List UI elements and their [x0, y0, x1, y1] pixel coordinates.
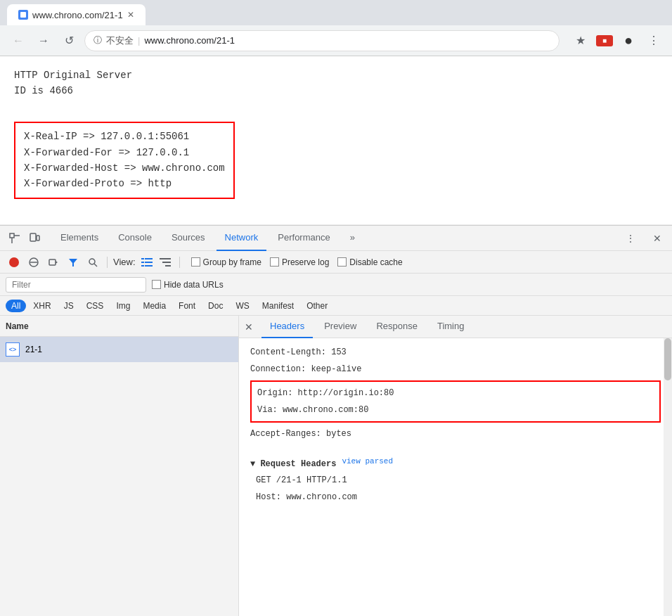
file-name: 21-1 [25, 345, 42, 354]
detail-close-btn[interactable]: ✕ [245, 321, 253, 333]
clear-button[interactable] [25, 254, 42, 271]
hide-data-urls-checkbox[interactable]: Hide data URLs [152, 280, 224, 290]
group-by-frame-label: Group by frame [203, 257, 261, 267]
ext-label: ■ [602, 37, 607, 44]
svg-rect-18 [160, 258, 171, 259]
view-waterfall-icon[interactable] [157, 254, 174, 271]
url-display: www.chrono.com/21-1 [144, 35, 235, 46]
tab-network[interactable]: Network [217, 226, 267, 251]
record-button[interactable] [6, 254, 22, 271]
svg-rect-4 [37, 236, 39, 240]
search-icon[interactable] [84, 254, 101, 271]
file-item[interactable]: <> 21-1 [0, 337, 238, 362]
view-list-icon[interactable] [138, 254, 155, 271]
type-btn-doc[interactable]: Doc [202, 300, 228, 312]
type-btn-img[interactable]: Img [110, 300, 136, 312]
devtools-close-icon[interactable]: ✕ [648, 229, 666, 248]
req-header-get: GET /21-1 HTTP/1.1 [256, 472, 661, 489]
view-label: View: [113, 257, 136, 267]
highlight-line1: X-Real-IP => 127.0.0.1:55061 [24, 129, 225, 144]
tab-title: www.chrono.com/21-1 [32, 10, 123, 20]
svg-rect-20 [165, 265, 171, 267]
highlight-line2: X-Forwarded-For => 127.0.0.1 [24, 145, 225, 160]
inspect-element-icon[interactable] [6, 229, 24, 248]
detail-tab-preview[interactable]: Preview [316, 316, 365, 338]
devtools-panel: Elements Console Sources Network Perform… [0, 225, 672, 616]
request-headers-title: ▼ Request Headers [250, 459, 336, 469]
bookmark-icon[interactable]: ★ [571, 31, 590, 51]
type-btn-css[interactable]: CSS [81, 300, 110, 312]
header-via: Via: www.chrono.com:80 [257, 402, 654, 418]
svg-rect-14 [141, 262, 144, 263]
svg-rect-0 [10, 233, 14, 238]
scrollbar[interactable] [664, 338, 672, 616]
svg-rect-17 [145, 265, 153, 267]
divider2 [179, 257, 180, 268]
name-column-header: Name [6, 321, 29, 331]
devtools-tab-bar: Elements Console Sources Network Perform… [0, 226, 672, 251]
type-btn-all[interactable]: All [6, 300, 26, 312]
disable-cache-checkbox[interactable]: Disable cache [337, 257, 402, 267]
svg-rect-3 [30, 233, 36, 241]
page-highlight-box: X-Real-IP => 127.0.0.1:55061 X-Forwarded… [14, 122, 235, 199]
hide-data-urls-label: Hide data URLs [164, 280, 224, 290]
group-by-frame-checkbox[interactable]: Group by frame [191, 257, 261, 267]
hide-data-urls-cb[interactable] [152, 280, 161, 289]
preserve-log-checkbox[interactable]: Preserve log [270, 257, 329, 267]
network-toolbar: View: Group by frame Preserve log D [0, 251, 672, 274]
type-btn-media[interactable]: Media [137, 300, 172, 312]
address-input[interactable]: ⓘ 不安全 | www.chrono.com/21-1 [84, 30, 560, 51]
device-toolbar-icon[interactable] [25, 229, 44, 248]
tab-console[interactable]: Console [110, 226, 160, 251]
detail-tab-timing[interactable]: Timing [429, 316, 473, 338]
file-icon: <> [6, 342, 20, 357]
address-bar: ← → ↺ ⓘ 不安全 | www.chrono.com/21-1 ★ ■ ● … [0, 25, 672, 56]
svg-rect-12 [141, 258, 144, 259]
disable-cache-cb[interactable] [337, 257, 347, 267]
page-content: HTTP Original Server ID is 4666 X-Real-I… [0, 56, 672, 225]
filter-icon[interactable] [65, 254, 82, 271]
svg-line-11 [94, 264, 97, 267]
file-list: Name <> 21-1 [0, 316, 239, 616]
type-btn-js[interactable]: JS [58, 300, 79, 312]
devtools-settings-icon[interactable]: ⋮ [621, 229, 640, 248]
file-list-body: <> 21-1 [0, 337, 238, 616]
highlight-line3: X-Forwarded-Host => www.chrono.com [24, 160, 225, 176]
header-accept-ranges: Accept-Ranges: bytes [250, 425, 661, 442]
toolbar-right: ★ ■ ● ⋮ [571, 31, 664, 51]
divider1 [107, 257, 108, 268]
detail-tab-response[interactable]: Response [368, 316, 426, 338]
back-button[interactable]: ← [8, 31, 28, 51]
preserve-log-cb[interactable] [270, 257, 279, 267]
type-btn-xhr[interactable]: XHR [27, 300, 56, 312]
req-header-host: Host: www.chrono.com [256, 489, 661, 506]
type-btn-other[interactable]: Other [301, 300, 333, 312]
svg-rect-16 [141, 265, 144, 267]
tab-more[interactable]: » [342, 226, 363, 251]
forward-button[interactable]: → [34, 31, 53, 51]
scrollbar-thumb[interactable] [664, 338, 671, 380]
svg-rect-13 [145, 258, 153, 259]
type-btn-manifest[interactable]: Manifest [257, 300, 299, 312]
more-menu-icon[interactable]: ⋮ [644, 31, 664, 51]
group-frame-cb[interactable] [191, 257, 200, 267]
tab-performance[interactable]: Performance [269, 226, 338, 251]
tab-close-btn[interactable]: ✕ [127, 10, 134, 20]
browser-tab[interactable]: www.chrono.com/21-1 ✕ [7, 4, 146, 25]
detail-content: Content-Length: 153 Connection: keep-ali… [239, 338, 672, 616]
tab-sources[interactable]: Sources [163, 226, 214, 251]
type-btn-ws[interactable]: WS [230, 300, 254, 312]
svg-rect-19 [162, 262, 171, 263]
highlight-line4: X-Forwarded-Proto => http [24, 176, 225, 191]
header-connection: Connection: keep-alive [250, 361, 661, 378]
type-btn-font[interactable]: Font [173, 300, 201, 312]
video-capture-icon[interactable] [45, 254, 62, 271]
detail-tab-headers[interactable]: Headers [261, 316, 313, 338]
filter-input[interactable] [6, 277, 146, 293]
svg-rect-7 [49, 259, 56, 265]
refresh-button[interactable]: ↺ [59, 31, 79, 51]
view-parsed-link[interactable]: view parsed [342, 457, 393, 466]
extension-icon[interactable]: ■ [596, 35, 613, 46]
profile-icon[interactable]: ● [619, 31, 638, 51]
tab-elements[interactable]: Elements [52, 226, 107, 251]
